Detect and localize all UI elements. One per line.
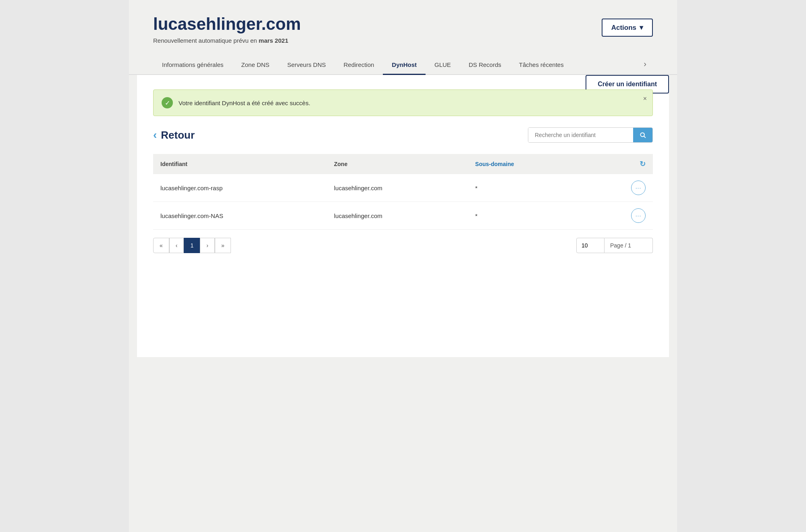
per-page-select[interactable]: 10 25 50 — [576, 238, 604, 253]
col-header-refresh[interactable]: ↻ — [588, 154, 653, 174]
search-button[interactable] — [633, 128, 652, 142]
cell-sous-domaine: * — [468, 174, 588, 202]
retour-arrow-icon: ‹ — [153, 129, 157, 141]
pagination-first[interactable]: « — [153, 238, 169, 253]
success-icon: ✓ — [162, 97, 173, 108]
pagination-row: « ‹ 1 › » 10 25 50 Page / 1 — [153, 238, 653, 253]
retour-row: ‹ Retour — [153, 127, 653, 143]
search-input[interactable] — [528, 128, 633, 142]
tab-zone-dns[interactable]: Zone DNS — [233, 56, 278, 75]
row-actions-button[interactable]: ··· — [631, 208, 646, 223]
cell-zone: lucasehlinger.com — [327, 202, 468, 230]
tab-taches-recentes[interactable]: Tâches récentes — [510, 56, 573, 75]
table-row: lucasehlinger.com-rasp lucasehlinger.com… — [153, 174, 653, 202]
cell-sous-domaine: * — [468, 202, 588, 230]
pagination-next[interactable]: › — [200, 238, 215, 253]
col-header-sous-domaine: Sous-domaine — [468, 154, 588, 174]
pagination-current[interactable]: 1 — [184, 238, 200, 253]
cell-actions: ··· — [588, 174, 653, 202]
cell-actions: ··· — [588, 202, 653, 230]
alert-text: Votre identifiant DynHost a été créé ave… — [179, 100, 310, 106]
tab-glue[interactable]: GLUE — [426, 56, 460, 75]
cell-zone: lucasehlinger.com — [327, 174, 468, 202]
pagination-prev[interactable]: ‹ — [169, 238, 184, 253]
actions-button[interactable]: Actions ▾ — [602, 19, 653, 37]
pagination-right: 10 25 50 Page / 1 — [576, 238, 653, 253]
page-indicator: Page / 1 — [604, 238, 653, 253]
alert-close-button[interactable]: × — [643, 96, 647, 102]
col-header-identifiant: Identifiant — [153, 154, 327, 174]
retour-label: Retour — [161, 129, 195, 141]
tab-redirection[interactable]: Redirection — [334, 56, 383, 75]
tabs-bar: Informations générales Zone DNS Serveurs… — [129, 54, 677, 75]
svg-line-1 — [644, 136, 646, 138]
search-box — [528, 127, 653, 143]
pagination-last[interactable]: » — [215, 238, 231, 253]
cell-identifiant: lucasehlinger.com-NAS — [153, 202, 327, 230]
tab-serveurs-dns[interactable]: Serveurs DNS — [278, 56, 335, 75]
search-icon — [640, 132, 646, 138]
tab-informations-generales[interactable]: Informations générales — [153, 56, 233, 75]
tab-dynhost[interactable]: DynHost — [383, 56, 426, 75]
table-row: lucasehlinger.com-NAS lucasehlinger.com … — [153, 202, 653, 230]
identifiants-table: Identifiant Zone Sous-domaine ↻ lucasehl… — [153, 154, 653, 230]
tab-ds-records[interactable]: DS Records — [460, 56, 510, 75]
row-actions-button[interactable]: ··· — [631, 181, 646, 195]
col-header-zone: Zone — [327, 154, 468, 174]
tabs-more-button[interactable]: › — [637, 54, 653, 74]
page-subtitle: Renouvellement automatique prévu en mars… — [153, 37, 301, 44]
cell-identifiant: lucasehlinger.com-rasp — [153, 174, 327, 202]
success-alert: ✓ Votre identifiant DynHost a été créé a… — [153, 89, 653, 116]
page-title: lucasehlinger.com — [153, 15, 301, 34]
retour-link[interactable]: ‹ Retour — [153, 129, 195, 141]
